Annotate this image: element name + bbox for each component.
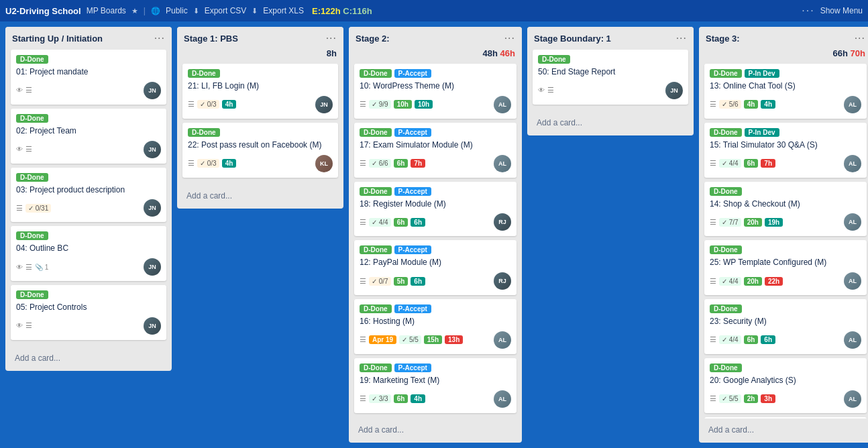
card[interactable]: D-Done04: Outline BC👁☰📎 1JN <box>11 226 166 281</box>
list-icon[interactable]: ☰ <box>710 335 716 344</box>
time-badge: 7h <box>761 159 775 168</box>
card-title: 25: WP Template Configured (M) <box>710 257 861 268</box>
list-icon[interactable]: ☰ <box>710 218 716 227</box>
list-icon[interactable]: ☰ <box>710 100 716 109</box>
list-icon[interactable]: ☰ <box>360 335 366 344</box>
show-menu-button[interactable]: Show Menu <box>820 6 863 15</box>
badge: D-Done <box>16 55 48 64</box>
list-icon[interactable]: ☰ <box>360 277 366 286</box>
card[interactable]: D-DoneP-Accept19: Marketing Text (M)☰✓ 3… <box>354 358 517 413</box>
card-badges: D-Done <box>16 290 161 299</box>
more-options-icon[interactable]: ··· <box>802 5 814 17</box>
card[interactable]: D-Done21: LI, FB Login (M)☰✓ 0/34hJN <box>182 64 338 119</box>
checklist-progress: ✓ 5/6 <box>719 100 741 109</box>
add-card-button[interactable]: Add a card... <box>704 423 867 437</box>
card[interactable]: D-Done14: Shop & Checkout (M)☰✓ 7/720h19… <box>704 182 867 237</box>
eye-icon[interactable]: 👁 <box>16 264 23 271</box>
public-label[interactable]: Public <box>166 6 188 15</box>
card[interactable]: D-DoneP-In Dev15: Trial Simulator 30 Q&A… <box>704 123 867 178</box>
card-meta-left: ☰✓ 4/420h22h <box>710 277 783 286</box>
card-meta-left: ☰✓ 3/36h4h <box>360 394 425 403</box>
top-header: U2-Driving School MP Boards ★ | 🌐 Public… <box>0 0 868 21</box>
list-icon[interactable]: ☰ <box>360 394 366 403</box>
card-title: 18: Register Module (M) <box>360 199 511 210</box>
card[interactable]: D-DoneP-Accept18: Register Module (M)☰✓ … <box>354 182 517 237</box>
avatar: JN <box>144 317 161 335</box>
card[interactable]: D-DoneP-Accept17: Exam Simulator Module … <box>354 123 517 178</box>
card[interactable]: D-Done02: Project Team👁☰JN <box>11 109 166 164</box>
export-csv-link[interactable]: Export CSV <box>205 6 247 15</box>
column-menu-icon[interactable]: ··· <box>855 32 865 44</box>
time-badge: 20h <box>744 277 762 286</box>
card[interactable]: D-Done01: Project mandate👁☰JN <box>11 50 166 105</box>
list-icon[interactable]: ☰ <box>25 263 32 272</box>
list-icon[interactable]: ☰ <box>25 321 32 330</box>
list-icon[interactable]: ☰ <box>360 159 366 168</box>
add-card-button[interactable]: Add a card... <box>354 423 517 437</box>
list-icon[interactable]: ☰ <box>25 145 32 154</box>
list-icon[interactable]: ☰ <box>710 394 716 403</box>
list-icon[interactable]: ☰ <box>16 204 23 213</box>
card[interactable]: D-Done05: Project Controls👁☰JN <box>11 285 166 340</box>
list-icon[interactable]: ☰ <box>710 159 716 168</box>
eye-icon[interactable]: 👁 <box>16 146 23 153</box>
card-meta: ☰✓ 4/420h22hAL <box>710 272 861 290</box>
card[interactable]: D-Done22: Post pass result on Facebook (… <box>182 123 338 178</box>
card-badges: D-Done <box>710 304 861 313</box>
eye-icon[interactable]: 👁 <box>16 87 23 94</box>
card[interactable]: D-DoneP-In Dev13: Online Chat Tool (S)☰✓… <box>704 64 867 119</box>
card-title: 23: Security (M) <box>710 316 861 327</box>
card-badges: D-Done <box>16 231 161 240</box>
card-title: 01: Project mandate <box>16 66 161 78</box>
add-card-button[interactable]: Add a card... <box>11 351 166 366</box>
eye-icon[interactable]: 👁 <box>538 87 545 94</box>
card-title: 19: Marketing Text (M) <box>360 375 511 386</box>
card-meta: ☰✓ 0/34hJN <box>188 96 333 113</box>
card[interactable]: D-DoneP-Accept16: Hosting (M)☰Apr 19✓ 5/… <box>354 299 517 354</box>
card-title: 10: WordPress Theme (M) <box>360 80 511 92</box>
add-card-area: Add a card... <box>5 347 172 371</box>
badge: D-Done <box>538 55 570 64</box>
badge: D-Done <box>360 69 392 78</box>
column-menu-icon[interactable]: ··· <box>504 32 515 44</box>
avatar: AL <box>494 331 511 349</box>
column-col2: Stage 1: PBS···8hD-Done21: LI, FB Login … <box>177 27 343 209</box>
card[interactable]: D-Done23: Security (M)☰✓ 4/46h6hAL <box>704 299 867 354</box>
card[interactable]: D-DoneP-Accept10: WordPress Theme (M)☰✓ … <box>354 64 517 119</box>
star-icon[interactable]: ★ <box>131 7 138 15</box>
time-badge: 19h <box>765 218 783 227</box>
card[interactable]: D-Done25: WP Template Configured (M)☰✓ 4… <box>704 240 867 295</box>
card-meta: ☰✓ 5/64h4hAL <box>710 96 861 113</box>
column-menu-icon[interactable]: ··· <box>326 32 337 44</box>
add-card-button[interactable]: Add a card... <box>182 188 338 203</box>
card-title: 20: Google Analytics (S) <box>710 375 861 386</box>
list-icon[interactable]: ☰ <box>360 218 366 227</box>
time-badge: 6h <box>744 159 759 168</box>
list-icon[interactable]: ☰ <box>710 277 716 286</box>
column-col4: Stage Boundary: 1···D-Done50: End Stage … <box>527 27 694 135</box>
list-icon[interactable]: ☰ <box>188 100 195 109</box>
list-icon[interactable]: ☰ <box>360 100 366 109</box>
card[interactable]: D-Done03: Project product description☰✓ … <box>11 168 166 223</box>
checklist-progress: ✓ 4/4 <box>369 218 391 227</box>
column-menu-icon[interactable]: ··· <box>676 32 687 44</box>
list-icon[interactable]: ☰ <box>547 86 554 95</box>
time-badge: 4h <box>761 100 775 109</box>
card[interactable]: D-Done20: Google Analytics (S)☰✓ 5/52h3h… <box>704 358 867 413</box>
card[interactable]: D-Done50: End Stage Report👁☰JN <box>533 50 688 105</box>
card-badges: D-DoneP-Accept <box>360 304 511 313</box>
eye-icon[interactable]: 👁 <box>16 322 23 329</box>
list-icon[interactable]: ☰ <box>188 159 195 168</box>
time-badge: 4h <box>222 159 237 168</box>
card-title: 12: PayPal Module (M) <box>360 257 511 268</box>
mp-boards-link[interactable]: MP Boards <box>87 6 126 15</box>
card-badges: D-Done <box>16 173 161 182</box>
list-icon[interactable]: ☰ <box>25 86 32 95</box>
card[interactable]: D-DoneP-Accept12: PayPal Module (M)☰✓ 0/… <box>354 240 517 295</box>
column-body: D-Done21: LI, FB Login (M)☰✓ 0/34hJND-Do… <box>177 61 343 184</box>
column-hours: 8h <box>177 47 343 61</box>
add-card-button[interactable]: Add a card... <box>533 115 688 130</box>
export-xls-link[interactable]: Export XLS <box>263 6 304 15</box>
card-badges: D-DoneP-In Dev <box>710 69 861 78</box>
column-menu-icon[interactable]: ··· <box>154 32 165 44</box>
